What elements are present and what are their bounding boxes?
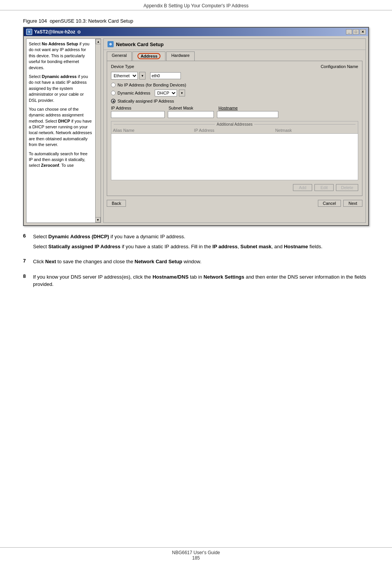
tab-address-highlight: Address: [137, 53, 160, 59]
additional-buttons-row: Add Edit Delete: [111, 183, 358, 193]
footer-guide: NBG6617 User's Guide: [0, 550, 392, 555]
no-ip-radio[interactable]: [111, 83, 116, 87]
static-radio-dot[interactable]: [111, 99, 116, 103]
device-config-input-row: Ethernet ▼: [111, 72, 358, 80]
additional-table-header: Alias Name IP Address Netmask: [111, 127, 358, 134]
device-type-label: Device Type: [111, 64, 134, 69]
ip-fields-input-row: [111, 111, 358, 118]
device-type-select[interactable]: Ethernet: [111, 72, 138, 80]
add-button[interactable]: Add: [293, 184, 312, 191]
hostname-label: Hostname: [218, 106, 238, 110]
close-button[interactable]: ✕: [360, 29, 366, 35]
page-header: Appendix B Setting Up Your Computer's IP…: [0, 0, 392, 10]
step-7-number: 7: [23, 258, 29, 268]
right-panel: ⊕ Network Card Setup General Address Har…: [103, 38, 366, 223]
static-radio-row: Statically assigned IP Address: [111, 99, 358, 103]
tabs-row: General Address Hardware: [104, 50, 366, 61]
no-ip-label: No IP Address (for Bonding Devices): [117, 83, 186, 87]
device-type-dropdown-btn[interactable]: ▼: [139, 72, 146, 80]
help-text-4: To automatically search for free IP and …: [29, 151, 92, 169]
dhcp-dropdown-btn[interactable]: ▼: [179, 90, 185, 96]
step-7: 7 Click Next to save the changes and clo…: [23, 258, 369, 268]
window-body: Select No Address Setup if you do not wa…: [24, 36, 368, 225]
ip-address-label: IP Address: [111, 106, 169, 110]
network-card-setup-window: Y YaST2@linux-h2oz ⊙ _ □ ✕ Select No Add…: [23, 27, 369, 226]
additional-addresses-section: Additional Addresses Alias Name IP Addre…: [111, 121, 358, 180]
title-line-right: [254, 124, 356, 125]
next-button[interactable]: Next: [343, 200, 362, 207]
step-6-main: Select Dynamic Address (DHCP) if you hav…: [33, 233, 369, 241]
tab-address-label: Address: [141, 54, 157, 58]
left-panel-content: Select No Address Setup if you do not wa…: [29, 41, 98, 169]
step-6-number: 6: [23, 233, 29, 252]
step-8-number: 8: [23, 273, 29, 291]
page-footer: NBG6617 User's Guide 185: [0, 547, 392, 563]
bottom-right-buttons: Cancel Next: [318, 200, 362, 207]
scrollbar-up-button[interactable]: ▲: [96, 39, 101, 44]
dynamic-label: Dynamic Address: [117, 91, 151, 95]
static-ip-label: Statically assigned IP Address: [117, 99, 174, 103]
figure-caption-text: openSUSE 10.3: Network Card Setup: [50, 18, 133, 24]
col-netmask: Netmask: [275, 128, 356, 133]
figure-label: Figure 104: [23, 18, 47, 24]
form-area: Device Type Configuration Name Ethernet …: [107, 61, 362, 196]
title-line-left: [114, 124, 215, 125]
step-6-text: Select Dynamic Address (DHCP) if you hav…: [33, 233, 369, 252]
dynamic-radio-row: Dynamic Address DHCP ▼: [111, 90, 358, 96]
edit-button[interactable]: Edit: [314, 184, 334, 191]
subnet-mask-input[interactable]: [168, 111, 214, 118]
panel-title-icon: ⊕: [108, 41, 114, 47]
additional-title: Additional Addresses: [111, 121, 358, 127]
ip-fields-header: IP Address Subnet Mask Hostname: [111, 106, 358, 110]
delete-button[interactable]: Delete: [336, 184, 358, 191]
step-8-text: If you know your DNS server IP address(e…: [33, 273, 369, 291]
window-title-text: YaST2@linux-h2oz: [34, 29, 75, 35]
help-text-1: Select No Address Setup if you do not wa…: [29, 41, 92, 71]
step-6: 6 Select Dynamic Address (DHCP) if you h…: [23, 233, 369, 252]
dhcp-method-select[interactable]: DHCP: [155, 90, 177, 96]
dynamic-radio[interactable]: [111, 91, 116, 95]
additional-title-text: Additional Addresses: [217, 122, 252, 126]
scrollbar-down-button[interactable]: ▼: [95, 217, 101, 223]
ip-address-input[interactable]: [111, 111, 165, 118]
subnet-label: Subnet Mask: [169, 106, 218, 110]
tab-general[interactable]: General: [107, 51, 132, 61]
step-8: 8 If you know your DNS server IP address…: [23, 273, 369, 291]
step-8-main: If you know your DNS server IP address(e…: [33, 273, 369, 288]
left-help-panel: Select No Address Setup if you do not wa…: [26, 38, 101, 223]
help-text-3: You can choose one of the dynamic addres…: [29, 106, 92, 148]
step-7-main: Click Next to save the changes and close…: [33, 258, 369, 266]
col-alias-name: Alias Name: [113, 128, 194, 133]
hostname-input[interactable]: [217, 111, 278, 118]
config-name-label: Configuration Name: [321, 64, 358, 69]
bottom-buttons-row: Back Cancel Next: [104, 198, 366, 208]
cancel-button[interactable]: Cancel: [318, 200, 341, 207]
left-panel-scrollbar[interactable]: ▲ ▼: [95, 39, 101, 223]
no-ip-radio-row: No IP Address (for Bonding Devices): [111, 83, 358, 87]
help-text-2: Select Dynamic address if you do not hav…: [29, 74, 92, 103]
step-6-sub: Select Statically assigned IP Address if…: [33, 243, 369, 251]
right-panel-title: ⊕ Network Card Setup: [104, 39, 366, 50]
window-icon: Y: [26, 29, 32, 35]
device-config-label-row: Device Type Configuration Name: [111, 64, 358, 69]
config-name-input[interactable]: [150, 72, 181, 79]
titlebar-controls[interactable]: _ □ ✕: [346, 29, 366, 35]
step-7-text: Click Next to save the changes and close…: [33, 258, 369, 268]
window-titlebar: Y YaST2@linux-h2oz ⊙ _ □ ✕: [24, 28, 368, 36]
footer-page: 185: [0, 555, 392, 561]
tab-general-label: General: [112, 53, 127, 58]
tab-address[interactable]: Address: [132, 51, 165, 61]
figure-caption: Figure 104 openSUSE 10.3: Network Card S…: [23, 18, 369, 24]
titlebar-left: Y YaST2@linux-h2oz ⊙: [26, 29, 81, 35]
window-subtitle: ⊙: [77, 30, 81, 35]
maximize-button[interactable]: □: [353, 29, 359, 35]
minimize-button[interactable]: _: [346, 29, 352, 35]
back-button[interactable]: Back: [107, 200, 126, 207]
tab-hardware[interactable]: Hardware: [166, 51, 195, 61]
col-ip-address: IP Address: [194, 128, 275, 133]
panel-title-text: Network Card Setup: [116, 42, 164, 47]
tab-hardware-label: Hardware: [171, 53, 190, 58]
additional-table-body: [111, 134, 358, 180]
header-title: Appendix B Setting Up Your Computer's IP…: [144, 3, 249, 8]
